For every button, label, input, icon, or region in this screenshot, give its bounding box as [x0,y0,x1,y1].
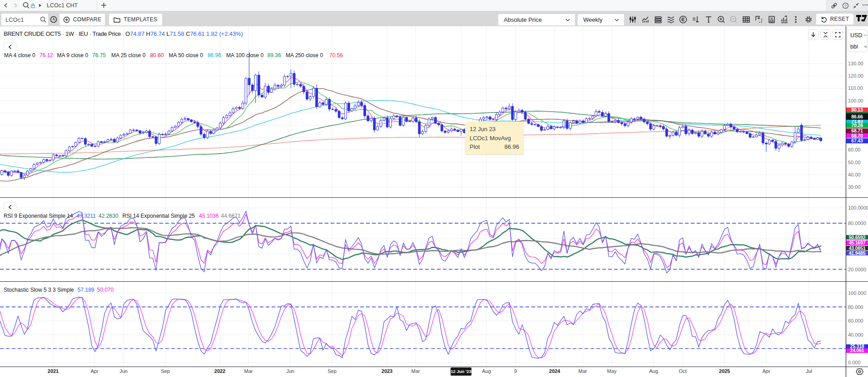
svg-text:?: ? [844,4,847,8]
